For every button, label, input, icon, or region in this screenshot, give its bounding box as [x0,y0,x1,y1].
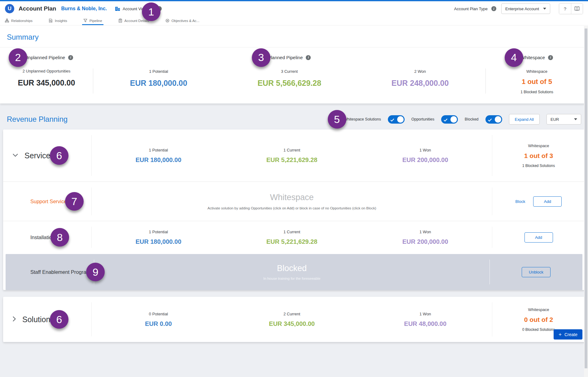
installation-current-stat: 1 Current EUR 5,221,629.28 [225,227,359,248]
collapse-chevron-down-icon[interactable] [12,153,18,158]
support-whitespace-cell: Whitespace Activate solution by adding O… [91,187,492,215]
stat-label: 1 Potential [149,148,168,152]
plan-type-select[interactable]: Enterprise Account [501,3,550,14]
annotation-badge-6b: 6 [50,310,68,329]
stat-value: EUR 5,221,629.28 [266,238,318,245]
building-icon [115,6,120,11]
unplanned-pipeline-title: 2 Unplanned Pipeline i [25,55,73,60]
help-button[interactable]: ? [559,3,571,14]
check-icon [444,117,448,123]
whitespace-value: 0 out of 2 [524,316,553,323]
blocked-toggle-label: Blocked [465,117,478,121]
support-services-name[interactable]: Support Services 7 [30,199,69,204]
annotation-badge-3: 3 [252,48,270,67]
currency-select[interactable]: EUR [546,114,581,125]
annotation-badge-4: 4 [505,48,523,67]
solutions-card: Solutions 6 0 Potential EUR 0.00 2 Curre… [3,297,585,342]
staff-enablement-blocked-row: Staff Enablement Program 9 Blocked In ho… [6,254,582,290]
services-stats-cell: 1 Potential EUR 180,000.00 1 Current EUR… [91,135,492,176]
add-button[interactable]: Add [524,232,553,243]
plan-type-info-icon[interactable]: i [491,6,496,11]
app-logo: U [5,4,14,13]
summary-heading: Summary [0,25,588,47]
toggle-label-text: Whitespace Solutions [344,117,381,121]
whitespace-title: 4 Whitespace i [521,55,553,60]
summary-section: Summary 2 Unplanned Pipeline i 2 Unplann… [0,25,588,103]
unplanned-pipeline-title-text: Unplanned Pipeline [25,55,65,60]
tab-insights[interactable]: Insights [48,16,68,25]
stat-value: EUR 200,000.00 [402,238,448,245]
whitespace-label: Whitespace [528,307,549,312]
solution-name-text: Support Services [30,199,69,204]
won-label: 2 Won [414,69,426,74]
expand-chevron-right-icon[interactable] [12,316,16,323]
opportunities-toggle[interactable] [441,115,458,124]
solutions-group-name: Solutions 6 [22,315,54,324]
won-stat: 2 Won EUR 248,000.00 [355,69,485,88]
support-services-row: Support Services 7 Whitespace Activate s… [3,182,585,221]
installation-name[interactable]: Installation 8 [30,235,55,240]
whitespace-status-text: Whitespace [270,193,314,202]
staff-enablement-name[interactable]: Staff Enablement Program 9 [30,269,90,275]
tab-pipeline[interactable]: Pipeline [83,16,103,25]
solutions-stats-cell: 0 Potential EUR 0.00 2 Current EUR 345,0… [91,302,492,336]
solution-name-text: Staff Enablement Program [30,269,90,275]
revenue-planning-toolbar: Revenue Planning 5 Whitespace Solutions … [0,109,588,129]
stat-value: EUR 5,221,629.28 [266,156,318,164]
create-button-label: Create [564,332,577,337]
revenue-toolbar-controls: 5 Whitespace Solutions Opportunities Blo… [344,114,581,125]
dropdown-caret-icon [574,118,577,120]
unblock-button[interactable]: Unblock [522,267,551,277]
annotation-badge-1: 1 [142,2,160,21]
whitespace-solutions-toggle-label: 5 Whitespace Solutions [344,117,381,121]
whitespace-solutions-toggle[interactable] [388,115,405,124]
tab-label: Objectives & Ac... [172,19,200,23]
tab-label: Insights [55,19,67,23]
blocked-status-cell: Blocked In house training for the forese… [94,260,489,284]
unplanned-pipeline-column: 2 Unplanned Pipeline i 2 Unplanned Oppor… [0,54,93,94]
check-icon [488,117,492,123]
installation-potential-stat: 1 Potential EUR 180,000.00 [92,227,225,248]
services-whitespace-cell: Whitespace 1 out of 3 1 Blocked Solution… [492,135,585,176]
stat-value: EUR 0.00 [145,320,172,327]
org-chart-icon [5,19,9,23]
plus-icon: + [559,332,562,337]
whitespace-help-message: Activate solution by adding Opportunitie… [208,206,376,210]
block-button[interactable]: Block [516,199,525,204]
tab-label: Pipeline [90,19,102,23]
whitespace-blocked-count: 1 Blocked Solutions [520,90,553,94]
stat-value: EUR 345,000.00 [269,320,315,327]
account-name-link[interactable]: Burns & Noble, Inc. [61,6,107,11]
create-button[interactable]: + Create [554,329,582,340]
services-label-cell: Services 6 [3,129,91,182]
clipboard-icon [118,19,122,23]
stat-label: 1 Won [419,148,431,152]
unplanned-stat: 2 Unplanned Opportunities EUR 345,000.00 [0,69,93,87]
blocked-toggle[interactable] [485,115,502,124]
opportunities-toggle-label: Opportunities [411,117,434,121]
staff-enablement-label-cell: Staff Enablement Program 9 [6,254,94,290]
add-button[interactable]: Add [533,196,562,207]
guide-button[interactable] [571,3,583,14]
potential-stat: 1 Potential EUR 180,000.00 [93,69,224,88]
annotation-badge-7: 7 [65,192,84,211]
unplanned-info-icon[interactable]: i [68,55,73,60]
annotation-badge-2: 2 [9,48,27,67]
planned-pipeline-title-row: 3 Planned Pipeline i [93,55,485,60]
won-value: EUR 248,000.00 [392,79,449,88]
tab-label: Relationships [11,19,33,23]
scrollbar-thumb[interactable] [585,28,587,368]
stat-label: 1 Potential [149,230,168,234]
tab-objectives[interactable]: Objectives & Ac... [165,16,200,25]
services-current-stat: 1 Current EUR 5,221,629.28 [225,135,359,176]
solutions-label-cell: Solutions 6 [3,297,91,342]
tab-relationships[interactable]: Relationships [4,16,33,25]
expand-all-button[interactable]: Expand All [509,114,540,125]
whitespace-title-text: Whitespace [521,55,545,60]
support-services-label-cell: Support Services 7 [3,182,91,221]
blocked-status-text: Blocked [277,264,307,273]
whitespace-info-icon[interactable]: i [548,55,553,60]
whitespace-value: 1 out of 3 [524,152,553,160]
whitespace-column: 4 Whitespace i Whitespace 1 out of 5 1 B… [486,54,588,94]
planned-info-icon[interactable]: i [306,55,311,60]
